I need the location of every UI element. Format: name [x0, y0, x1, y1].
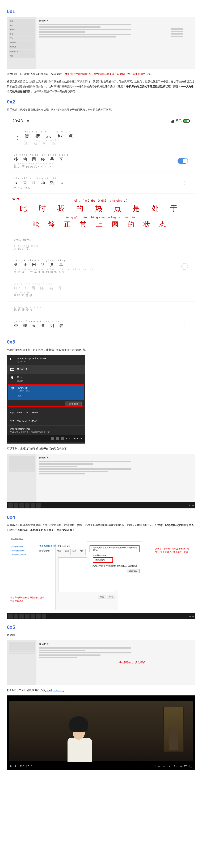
svg-rect-2 [189, 120, 190, 122]
row-sub-pinyin: wèi lián jiē [14, 292, 188, 294]
tray-icon [56, 437, 59, 440]
paragraph: 打开b站，又可以愉快的追番了@[email protected] [7, 688, 195, 693]
toggle-on-icon [177, 158, 188, 164]
phone-status-bar: 20:48 5G [7, 115, 195, 127]
row-pinyin: lán yá wǎng luò gòng xiǎng [14, 259, 99, 261]
taskbar: 20:50 2018/11/4 [7, 435, 85, 442]
chevron-right-icon: 〉 [184, 180, 188, 186]
svg-rect-1 [184, 120, 187, 122]
row-sub-pinyin: yǐ gòng xiǎng de wǎng luò: [14, 163, 69, 165]
row-sub-pinyin: tōng guò lán yá gòng xiǎng shǒu jī de wǎ… [14, 268, 99, 271]
video-player-screenshot: 19:31/27:12 HD 1x [7, 695, 195, 770]
settings-screenshot-1: ✕ 主页 状态 WLAN 拨号 VPN 飞行模式 移动热点 数据使用量 代理 移… [7, 17, 195, 69]
wifi-name: 自己 [17, 376, 23, 379]
pinyin-annotation: WPS cǐ shí wǒ de rè diǎn shì chù yú 此 时 … [7, 193, 195, 234]
svg-text:1x: 1x [163, 766, 165, 767]
nav-title: 便 携 式 热 点 [25, 133, 75, 139]
back-icon: 〈 [12, 133, 19, 143]
heading-0x4: 0x4 [7, 515, 195, 520]
checkbox-allow-share: ☑ 允许其他网络用户通过此计算机的 Internet 连接来连接(N) [90, 546, 139, 552]
phone-row-connected: yǐ lián jiē shè bèi 已 连 接 设 备 [7, 302, 195, 316]
row-title: USB 网 络 共 享 [14, 286, 188, 291]
text: 当我们打开自带的热点功能时会有以下错误提示： [7, 72, 64, 75]
row-sub: 通 过 蓝 牙 共 享 手 机 的 网 络 连 接 [14, 271, 99, 274]
danmu-icon [153, 765, 156, 768]
row-sub: 已 共 享 的 热 点 meizu X8 [14, 165, 69, 168]
settings-screenshot-2: 移动热点 20:50 [7, 454, 195, 509]
svg-rect-10 [180, 766, 181, 767]
settings-title: 移动热点 [39, 456, 193, 460]
task-icon [25, 503, 30, 507]
dropdown-label: 家庭网络连接(H): [93, 554, 139, 557]
fullscreen-icon [189, 765, 193, 768]
svg-point-8 [174, 765, 176, 767]
sidebar-item: 主页 [9, 19, 35, 23]
doorway-illustration [163, 707, 184, 752]
wifi-entry: MERCURY_B6E8 [7, 409, 85, 417]
phone-row-usb: wǎng luò gòng xiǎng USB 网 络 共 享 wèi lián… [7, 278, 195, 302]
row-pinyin: yǐ lián jiē shè bèi [14, 306, 188, 308]
task-icon [36, 503, 41, 507]
tab: 常规 [56, 549, 63, 555]
wifi-entry: Npcap Loopback Adapter无 Internet [7, 355, 85, 365]
row-title: 设 置 移 动 热 点 [14, 180, 65, 185]
nav-pinyin: biàn xié shì rè diǎn [25, 130, 75, 133]
settings-icon [174, 765, 177, 768]
heading-0x3: 0x3 [7, 339, 195, 345]
figure-silhouette [169, 729, 178, 750]
overlay-pinyin-2: néng gòu zhèng cháng shàng wǎng de zhuàn… [12, 216, 190, 219]
paragraph: 可以看到，此时我们能够成功打开自带的热点功能了 [7, 446, 195, 451]
ok-button: 确定 [98, 595, 106, 599]
row-sub: WPA2-PSK ········· [14, 186, 65, 189]
wifi-entry: MERCURY_2414 [7, 417, 85, 426]
phone-row-config: shè zhì yí dòng rè diǎn 设 置 移 动 热 点 WPA2… [7, 173, 195, 193]
next-icon [15, 765, 18, 768]
phone-time: 20:48 [12, 119, 23, 123]
settings-title: 移动热点 [39, 20, 193, 23]
anime-frame [9, 701, 193, 762]
paragraph: 用手机或其他设备开启无线热点功能！这时候的热点要处于有网状态，能够正常访问互联网… [7, 107, 195, 112]
wifi-secure-icon [10, 411, 14, 415]
cancel-button: 取消 [107, 595, 115, 599]
battery-icon [183, 119, 190, 123]
paragraph: 效果图 [7, 632, 195, 638]
taskbar-time: 20:50 [66, 437, 71, 440]
wifi-footer: 网络和 Internet 设置 更改设置，例如将某连接设置为按流量计费。 [7, 426, 85, 435]
checkbox-label: 允许其他网络用户控制或禁用共享的 Internet 连接(O) [92, 565, 137, 567]
sidebar-link: 更改适配器设置 [11, 549, 36, 553]
sidebar-item: 移动热点 [9, 45, 35, 49]
network-label: 5G [176, 119, 182, 123]
paragraph: 电脑确进入网络连接管理界面，找到那宽带连接，右键属性，共享，选择该网络共享的网络… [7, 523, 195, 533]
wifi-status: 已连接 [17, 379, 23, 382]
tray-icon [52, 437, 54, 440]
start-icon [8, 503, 13, 507]
ethernet-icon [10, 357, 14, 361]
row-title: 管 理 设 备 列 表 [14, 323, 65, 329]
wifi-label: 我来连接 [17, 367, 27, 371]
highlighted-text: 我们无法设置移动热点，因为你的电脑未建立以太网、WiFi或手机网络连接。 [65, 72, 154, 75]
taskbar: 20:50 [7, 502, 195, 508]
video-time: 19:31/27:12 [20, 765, 32, 768]
tray-icon [61, 437, 64, 440]
toggle-off-icon [181, 263, 188, 270]
taskbar-time: 21:00 [189, 615, 194, 617]
row-sub: 已 连 接 设 备 [14, 308, 188, 311]
signal-icon [171, 119, 174, 123]
email-link[interactable]: [email protected] [45, 689, 64, 692]
wifi-settings-desc: 更改设置，例如将某连接设置为按流量计费。 [10, 431, 82, 433]
wifi-name: Npcap Loopback Adapter [17, 357, 46, 360]
overlay-text-1: 此 时 我 的 热 点 是 处 于 [12, 204, 190, 213]
wifi-panel-screenshot: Npcap Loopback Adapter无 Internet 我来连接 自己… [7, 355, 85, 443]
tab: 安全 [71, 549, 78, 555]
heading-0x1: 0x1 [7, 9, 195, 14]
svg-rect-11 [184, 766, 187, 767]
sidebar-item: WLAN [9, 28, 35, 32]
sidebar-item: 飞行模式 [9, 40, 35, 44]
row-pinyin: guǎn lǐ shè bèi liè biǎo [14, 320, 65, 323]
row-title: 蓝 牙 网 络 共 享 [14, 262, 99, 267]
sidebar-item: 数据使用量 [9, 50, 35, 54]
text: 打开b站，又可以愉快的追番了@ [7, 689, 45, 692]
taskbar-time: 20:50 [189, 504, 194, 506]
taskbar-date: 2018/11/4 [73, 437, 82, 440]
svg-text:HD: HD [159, 766, 160, 767]
